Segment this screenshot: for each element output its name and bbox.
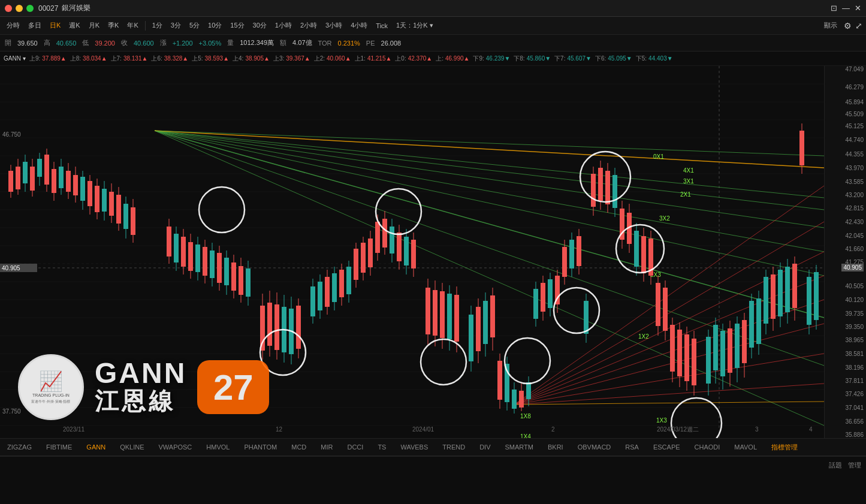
tab-trend[interactable]: TREND — [440, 442, 467, 452]
svg-line-27 — [155, 131, 824, 228]
svg-rect-202 — [612, 175, 617, 208]
tab-chaodi[interactable]: CHAODI — [692, 442, 723, 452]
svg-rect-106 — [231, 262, 236, 291]
svg-rect-216 — [656, 283, 660, 326]
tab-indicator-mgmt[interactable]: 指標管理 — [769, 442, 800, 453]
svg-line-24 — [155, 131, 824, 318]
svg-rect-56 — [23, 162, 28, 183]
svg-rect-88 — [167, 227, 171, 256]
pe-label: PE — [366, 40, 375, 47]
win-close-icon[interactable]: ✕ — [855, 4, 861, 13]
tf-30m[interactable]: 30分 — [250, 20, 270, 31]
toolbar: 分時 多日 日K 週K 月K 季K 年K 1分 3分 5分 10分 15分 30… — [0, 17, 866, 35]
tab-mavol[interactable]: MAVOL — [732, 442, 759, 452]
tf-2h[interactable]: 2小時 — [297, 20, 320, 31]
tf-4h[interactable]: 4小時 — [348, 20, 370, 31]
tf-15m[interactable]: 15分 — [227, 20, 247, 31]
svg-rect-92 — [181, 237, 186, 267]
tab-ts[interactable]: TS — [375, 442, 388, 452]
gear-icon[interactable]: ⚙ — [844, 21, 852, 31]
svg-rect-252 — [792, 264, 797, 308]
svg-rect-90 — [174, 234, 179, 262]
tf-fen[interactable]: 分時 — [4, 20, 23, 31]
close-win-icon[interactable] — [5, 5, 12, 12]
tf-niank[interactable]: 年K — [124, 20, 141, 31]
svg-text:4: 4 — [809, 426, 813, 433]
tf-yuek[interactable]: 月K — [86, 20, 102, 31]
tab-wavebs[interactable]: WAVEBS — [398, 442, 430, 452]
svg-rect-172 — [497, 361, 502, 400]
svg-text:2024/01: 2024/01 — [412, 426, 434, 433]
win-minimize-icon2[interactable]: — — [842, 4, 850, 13]
svg-rect-130 — [332, 273, 337, 302]
maximize-win-icon[interactable] — [26, 5, 34, 12]
svg-text:1X3: 1X3 — [656, 417, 667, 424]
high-val: 40.650 — [56, 40, 77, 47]
svg-text:46.750: 46.750 — [2, 131, 21, 138]
tf-3m[interactable]: 3分 — [168, 20, 184, 31]
tab-smartm[interactable]: SMARTM — [503, 442, 536, 452]
tab-escape[interactable]: ESCAPE — [651, 442, 683, 452]
tab-obvmacd[interactable]: OBVMACD — [575, 442, 614, 452]
svg-line-40 — [514, 222, 824, 405]
svg-rect-194 — [577, 236, 581, 266]
tab-zigzag[interactable]: ZIGZAG — [5, 442, 34, 452]
svg-rect-210 — [641, 236, 646, 273]
gann-indicator-label[interactable]: GANN — [4, 55, 21, 62]
tf-duori[interactable]: 多日 — [25, 20, 44, 31]
svg-rect-62 — [44, 155, 49, 185]
svg-rect-132 — [339, 270, 344, 297]
chart-area[interactable]: 0X1 4X1 3X1 2X1 3X2 2X3 1X2 1X3 1X8 1X4 — [0, 66, 866, 438]
open-val: 39.650 — [17, 40, 38, 47]
svg-rect-208 — [634, 231, 639, 267]
tf-jik[interactable]: 季K — [105, 20, 122, 31]
volume-label: 量 — [227, 38, 234, 47]
amount-label: 額 — [280, 38, 286, 47]
svg-rect-134 — [346, 267, 351, 294]
svg-rect-124 — [310, 286, 315, 316]
svg-rect-70 — [73, 175, 78, 195]
svg-line-45 — [514, 354, 824, 405]
tab-div[interactable]: DIV — [477, 442, 493, 452]
svg-rect-52 — [8, 171, 13, 192]
tf-1m[interactable]: 1分 — [149, 20, 165, 31]
svg-rect-200 — [605, 171, 610, 204]
tf-10m[interactable]: 10分 — [205, 20, 225, 31]
price-45509: 45.509 — [845, 111, 864, 117]
svg-rect-60 — [37, 159, 42, 177]
tf-tick[interactable]: Tick — [373, 21, 391, 31]
tab-mir[interactable]: MIR — [318, 442, 335, 452]
tab-rsa[interactable]: RSA — [623, 442, 641, 452]
tab-gann[interactable]: GANN — [84, 442, 108, 452]
svg-rect-128 — [325, 277, 330, 307]
expand-icon[interactable]: ⤢ — [855, 21, 862, 31]
gann-dropdown-icon[interactable]: ▾ — [23, 55, 26, 62]
svg-rect-140 — [368, 239, 373, 267]
price-35886: 35.886 — [845, 431, 864, 438]
tab-bkri[interactable]: BKRI — [545, 442, 566, 452]
tab-vwaposc[interactable]: VWAPOSC — [156, 442, 194, 452]
low-label: 低 — [82, 38, 89, 47]
minimize-win-icon[interactable] — [16, 5, 23, 12]
tab-dcci[interactable]: DCCI — [345, 442, 366, 452]
win-restore-icon[interactable]: ⊡ — [831, 4, 837, 13]
display-btn[interactable]: 顯示 — [821, 20, 840, 31]
tab-qkline[interactable]: QKLINE — [117, 442, 146, 452]
tf-1h[interactable]: 1小時 — [272, 20, 295, 31]
tf-day1m[interactable]: 1天：1分K ▾ — [393, 20, 436, 31]
tab-hmvol[interactable]: HMVOL — [204, 442, 232, 452]
tab-phantom[interactable]: PHANTOM — [242, 442, 279, 452]
status-left[interactable]: 話題 — [829, 461, 842, 470]
tab-mcd[interactable]: MCD — [289, 442, 309, 452]
tf-5m[interactable]: 5分 — [186, 20, 203, 31]
svg-line-29 — [155, 131, 824, 198]
tf-rik[interactable]: 日K — [47, 20, 64, 31]
svg-rect-198 — [598, 168, 603, 201]
tf-zhouk[interactable]: 週K — [66, 20, 83, 31]
price-38965: 38.965 — [845, 337, 864, 343]
svg-rect-116 — [274, 304, 279, 350]
tf-3h[interactable]: 3小時 — [322, 20, 345, 31]
status-right[interactable]: 管理 — [848, 461, 861, 470]
tab-fibtime[interactable]: FIBTIME — [44, 442, 74, 452]
svg-rect-184 — [541, 283, 545, 312]
